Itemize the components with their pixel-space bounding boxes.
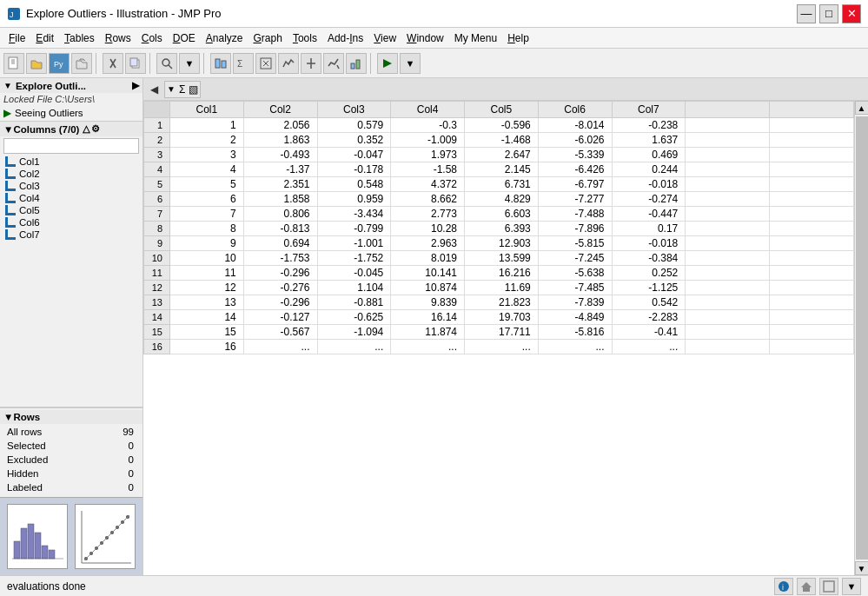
cell-extra2	[770, 251, 854, 266]
data-table-scroll[interactable]: Col1 Col2 Col3 Col4 Col5 Col6 Col7 112.0…	[143, 101, 854, 575]
table-area: ◀ ▼ Σ ▧ Col1 Col2 Col3 Col4	[143, 78, 868, 575]
explore-expand-btn[interactable]: ▶	[132, 80, 139, 91]
col-header-col2[interactable]: Col2	[243, 102, 317, 118]
table-row: 44-1.37-0.178-1.582.145-6.4260.244	[144, 162, 854, 177]
cell-extra2	[770, 177, 854, 192]
columns-section: ▼ Columns (7/0) △ ⚙ Col1 Col2 Col3	[0, 122, 142, 407]
menu-mymenu[interactable]: My Menu	[449, 30, 502, 46]
columns-add-btn[interactable]: △	[83, 123, 89, 135]
col-item-col6[interactable]: Col6	[0, 216, 142, 228]
cell-col5: 17.711	[465, 325, 539, 340]
menu-cols[interactable]: Cols	[136, 30, 168, 46]
col-item-col1[interactable]: Col1	[0, 156, 142, 168]
explore-header[interactable]: ▼ Explore Outli... ▶	[0, 78, 142, 93]
cell-col4: 10.28	[391, 222, 465, 236]
scroll-thumb[interactable]	[856, 116, 868, 560]
col-header-col1[interactable]: Col1	[170, 102, 244, 118]
toolbar-btn10[interactable]	[323, 53, 344, 74]
table-row: 112.0560.579-0.3-0.596-8.014-0.238	[144, 118, 854, 133]
status-info-btn[interactable]: i	[774, 578, 793, 595]
menu-tables[interactable]: Tables	[59, 30, 100, 46]
cell-rownum: 5	[144, 177, 170, 192]
toolbar-dropdown-btn[interactable]: ▼	[400, 53, 421, 74]
status-home-btn[interactable]	[797, 578, 816, 595]
toolbar-run-btn[interactable]	[377, 53, 398, 74]
cell-extra2	[770, 325, 854, 340]
toolbar-python-btn[interactable]: Py	[49, 53, 70, 74]
cell-extra1	[686, 236, 770, 251]
svg-rect-23	[356, 60, 360, 69]
menu-help[interactable]: Help	[502, 30, 534, 46]
filter-triangle-icon[interactable]: ▼	[167, 84, 176, 94]
toolbar-btn11[interactable]	[346, 53, 367, 74]
sigma-icon[interactable]: Σ	[179, 83, 185, 96]
menu-window[interactable]: Window	[401, 30, 449, 46]
menu-edit[interactable]: Edit	[30, 30, 59, 46]
menu-graph[interactable]: Graph	[248, 30, 288, 46]
col-item-col2[interactable]: Col2	[0, 168, 142, 180]
columns-search-input[interactable]	[3, 138, 139, 154]
toolbar-open-btn[interactable]	[26, 53, 47, 74]
cell-col2: -1.37	[243, 162, 317, 177]
toolbar-searchdown-btn[interactable]: ▼	[179, 53, 200, 74]
nav-back-btn[interactable]: ◀	[145, 81, 162, 98]
col-item-col3[interactable]: Col3	[0, 180, 142, 192]
toolbar-btn8[interactable]	[278, 53, 299, 74]
toolbar-search-btn[interactable]	[156, 53, 177, 74]
scroll-up-btn[interactable]: ▲	[855, 101, 869, 115]
columns-settings-btn[interactable]: ⚙	[91, 123, 100, 135]
status-layout-btn[interactable]	[819, 578, 838, 595]
cell-col7: -0.41	[612, 325, 686, 340]
thumbnail-1[interactable]	[7, 504, 68, 569]
toolbar-cut-btn[interactable]	[103, 53, 123, 74]
table-row: 661.8580.9598.6624.829-7.277-0.274	[144, 192, 854, 207]
close-button[interactable]: ✕	[842, 4, 861, 23]
col-label-col7: Col7	[19, 229, 40, 240]
cell-col1: 12	[170, 281, 244, 295]
col-item-col7[interactable]: Col7	[0, 228, 142, 241]
toolbar-sep-4	[370, 53, 374, 74]
minimize-button[interactable]: —	[797, 4, 816, 23]
maximize-button[interactable]: □	[819, 4, 838, 23]
columns-title: Columns (7/0)	[13, 124, 79, 135]
menu-rows[interactable]: Rows	[100, 30, 136, 46]
toolbar-recent-btn[interactable]	[71, 53, 92, 74]
col-header-extra1	[686, 102, 770, 118]
cell-col1: 7	[170, 207, 244, 222]
cell-col4: 16.14	[391, 310, 465, 325]
status-dropdown-btn[interactable]: ▼	[842, 578, 861, 595]
toolbar-copy-btn[interactable]	[125, 53, 146, 74]
toolbar-new-btn[interactable]	[3, 53, 24, 74]
cell-col2: -0.567	[243, 325, 317, 340]
col-header-col4[interactable]: Col4	[391, 102, 465, 118]
cell-col4: -1.58	[391, 162, 465, 177]
col-item-col5[interactable]: Col5	[0, 204, 142, 216]
col-header-col3[interactable]: Col3	[317, 102, 391, 118]
menu-tools[interactable]: Tools	[288, 30, 322, 46]
menu-view[interactable]: View	[368, 30, 401, 46]
cell-col3: -0.178	[317, 162, 391, 177]
menu-file[interactable]: File	[3, 30, 30, 46]
col-item-col4[interactable]: Col4	[0, 192, 142, 204]
cell-rownum: 14	[144, 310, 170, 325]
toolbar-btn5[interactable]	[210, 53, 231, 74]
cell-col1: 16	[170, 340, 244, 354]
col-header-col7[interactable]: Col7	[612, 102, 686, 118]
toolbar-btn7[interactable]	[255, 53, 276, 74]
col-header-col6[interactable]: Col6	[538, 102, 612, 118]
scroll-down-btn[interactable]: ▼	[855, 561, 869, 575]
menu-doe[interactable]: DOE	[168, 30, 201, 46]
filter-icon[interactable]: ▧	[189, 83, 198, 96]
table-row: 1313-0.296-0.8819.83921.823-7.8390.542	[144, 295, 854, 310]
svg-rect-28	[28, 524, 34, 559]
seeing-outliers-item[interactable]: ▶ Seeing Outliers	[0, 105, 142, 121]
vertical-scrollbar[interactable]: ▲ ▼	[854, 101, 868, 575]
toolbar-btn6[interactable]: Σ	[233, 53, 254, 74]
thumbnail-2[interactable]	[75, 504, 136, 569]
cell-col3: -0.045	[317, 266, 391, 281]
toolbar-btn9[interactable]	[301, 53, 321, 74]
menu-addins[interactable]: Add-Ins	[322, 30, 368, 46]
menu-analyze[interactable]: Analyze	[201, 30, 248, 46]
svg-rect-27	[21, 528, 27, 559]
col-header-col5[interactable]: Col5	[465, 102, 539, 118]
